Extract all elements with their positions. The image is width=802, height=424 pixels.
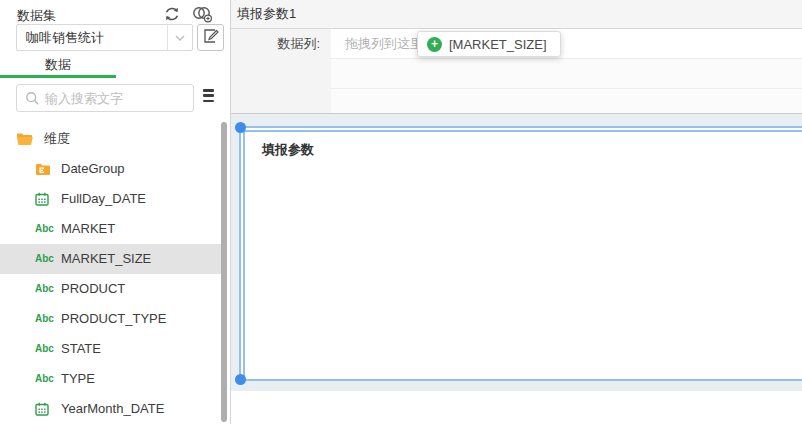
dataset-panel-title: 数据集 xyxy=(17,7,56,25)
open-folder-icon xyxy=(16,124,34,154)
abc-text-icon: Abc xyxy=(35,244,57,274)
design-canvas[interactable]: 填报参数 xyxy=(231,114,802,391)
widget-fill-params[interactable]: 填报参数 xyxy=(239,126,802,381)
folder-label: 维度 xyxy=(44,124,70,154)
abc-text-icon: Abc xyxy=(35,334,57,364)
calendar-icon xyxy=(35,184,57,214)
field-label: PRODUCT xyxy=(61,274,125,304)
field-tree: 维度 DateGroup xyxy=(0,124,231,424)
canvas-tabbar: 填报参数1 xyxy=(231,0,802,29)
field-label: TYPE xyxy=(61,364,95,394)
field-row-state[interactable]: Abc STATE xyxy=(0,334,231,364)
field-row-fullday-date[interactable]: FullDay_DATE xyxy=(0,184,231,214)
abc-text-icon: Abc xyxy=(35,274,57,304)
resize-handle-bottom-left[interactable] xyxy=(235,374,246,385)
field-label: PRODUCT_TYPE xyxy=(61,304,166,334)
hamburger-icon xyxy=(203,89,215,102)
widget-body: 填报参数 xyxy=(243,130,802,379)
field-row-dategroup[interactable]: DateGroup xyxy=(0,154,231,184)
widget-title: 填报参数 xyxy=(262,141,314,159)
edit-dataset-button[interactable] xyxy=(197,24,224,51)
date-group-icon xyxy=(35,154,57,184)
data-column-label: 数据列: xyxy=(231,29,320,59)
tab-fill-params-1[interactable]: 填报参数1 xyxy=(237,0,296,28)
field-row-market-size[interactable]: Abc MARKET_SIZE xyxy=(0,244,222,274)
field-label: MARKET_SIZE xyxy=(61,244,151,274)
abc-text-icon: Abc xyxy=(35,304,57,334)
sidebar: 数据集 咖啡销售统计 xyxy=(0,0,231,424)
chevron-down-icon xyxy=(167,25,192,50)
field-row-product[interactable]: Abc PRODUCT xyxy=(0,274,231,304)
list-options-button[interactable] xyxy=(203,89,215,105)
field-label: FullDay_DATE xyxy=(61,184,146,214)
row-separator xyxy=(331,88,802,89)
field-row-type[interactable]: Abc TYPE xyxy=(0,364,231,394)
field-label: MARKET xyxy=(61,214,115,244)
field-row-market[interactable]: Abc MARKET xyxy=(0,214,231,244)
field-label: DateGroup xyxy=(61,154,125,184)
field-label: STATE xyxy=(61,334,101,364)
plus-icon: + xyxy=(427,37,442,52)
field-row-yearmonth-date[interactable]: YearMonth_DATE xyxy=(0,394,231,424)
search-box xyxy=(16,84,194,112)
drag-chip-market-size[interactable]: + [MARKET_SIZE] xyxy=(417,31,561,57)
tab-data[interactable]: 数据 xyxy=(0,56,116,76)
field-row-product-type[interactable]: Abc PRODUCT_TYPE xyxy=(0,304,231,334)
sidebar-scrollbar-thumb[interactable] xyxy=(221,122,227,422)
abc-text-icon: Abc xyxy=(35,214,57,244)
resize-handle-top-left[interactable] xyxy=(235,122,246,133)
column-dropzone[interactable]: 拖拽列到这里 xyxy=(345,29,423,59)
app-window: 数据集 咖啡销售统计 xyxy=(0,0,802,424)
edit-pencil-icon xyxy=(203,28,219,47)
search-input[interactable] xyxy=(17,85,193,111)
folder-row-dimensions[interactable]: 维度 xyxy=(0,124,231,154)
calendar-icon xyxy=(35,394,57,424)
dataset-select-value: 咖啡销售统计 xyxy=(26,25,104,50)
drag-chip-label: [MARKET_SIZE] xyxy=(449,37,547,52)
main-area: 填报参数1 数据列: 拖拽列到这里 填报参数 xyxy=(231,0,802,424)
field-label: YearMonth_DATE xyxy=(61,394,164,424)
dataset-select[interactable]: 咖啡销售统计 xyxy=(16,24,193,51)
tab-data-active-underline xyxy=(0,75,116,78)
abc-text-icon: Abc xyxy=(35,364,57,394)
